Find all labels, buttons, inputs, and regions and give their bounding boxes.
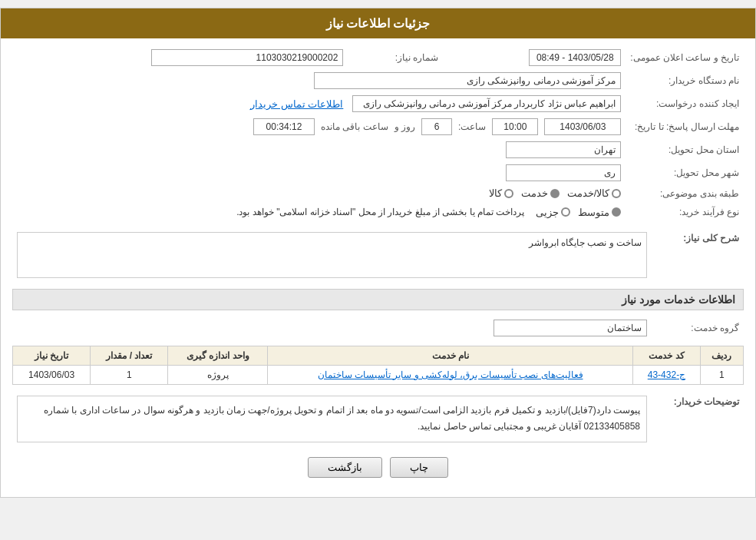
ostan-value: تهران — [12, 138, 626, 161]
khadamat-section-title: اطلاعات خدمات مورد نیاز — [12, 289, 744, 310]
radio-khedmat[interactable]: خدمت — [521, 187, 560, 199]
tosih-label: توضیحات خریدار: — [652, 393, 744, 446]
sharh-koli-value: ساخت و نصب جایگاه ابرواشر — [12, 229, 652, 281]
farayand-note: پرداخت تمام یا بخشی از مبلغ خریدار از مح… — [236, 207, 524, 217]
button-row: چاپ بازگشت — [12, 457, 744, 478]
col-radif: ردیف — [700, 346, 743, 365]
col-tedad: تعداد / مقدار — [91, 346, 168, 365]
radio-jozii[interactable]: جزیی — [536, 207, 570, 218]
mohlat-rooz-value: 6 — [421, 118, 452, 135]
nam-dastgah-label: نام دستگاه خریدار: — [626, 69, 744, 92]
tarikh-label: تاریخ و ساعت اعلان عمومی: — [626, 46, 744, 69]
page-header: جزئیات اطلاعات نیاز — [1, 8, 755, 38]
mohlat-date-value: 1403/06/03 — [544, 118, 621, 135]
cell-kod: ج-432-43 — [633, 365, 700, 384]
mohlat-mande-value: 00:34:12 — [253, 118, 315, 135]
mohlat-label: مهلت ارسال پاسخ: تا تاریخ: — [626, 115, 744, 138]
mohlat-saat-value: 10:00 — [492, 118, 538, 135]
sharh-koli-label: شرح کلی نیاز: — [652, 229, 744, 281]
radio-kala-khedmat[interactable]: کالا/خدمت — [567, 187, 622, 199]
tarikh-value: 1403/05/28 - 08:49 — [467, 46, 626, 69]
tosih-section: توضیحات خریدار: پیوست دارد(7فایل)/بازدید… — [12, 393, 744, 446]
grouh-khadamat-label: گروه خدمت: — [652, 316, 744, 340]
table-row: 1 ج-432-43 فعالیت‌های نصب تأسیسات برق، ل… — [13, 365, 744, 384]
services-table: ردیف کد خدمت نام خدمت واحد اندازه گیری ت… — [12, 346, 744, 385]
radio-label-jozii: جزیی — [536, 207, 559, 218]
sharh-koli-section: شرح کلی نیاز: ساخت و نصب جایگاه ابرواشر — [12, 229, 744, 281]
main-content: تاریخ و ساعت اعلان عمومی: 1403/05/28 - 0… — [1, 38, 755, 497]
grouh-khadamat-section: گروه خدمت: ساختمان — [12, 316, 744, 340]
cell-vahed: پروژه — [168, 365, 268, 384]
tosih-value: پیوست دارد(7فایل)/بازدید و تکمیل فرم باز… — [12, 393, 652, 446]
shomare-niaz-label: شماره نیاز: — [348, 46, 443, 69]
shahr-value: ری — [12, 161, 626, 184]
ijad-konande-value: ابراهیم عباس نژاد کاربردار مرکز آموزشی د… — [348, 92, 626, 115]
radio-circle-mottaset — [612, 207, 621, 217]
ostan-label: استان محل تحویل: — [626, 138, 744, 161]
cell-tedad: 1 — [91, 365, 168, 384]
mohlat-row: 00:34:12 ساعت باقی مانده روز و 6 ساعت: 1… — [12, 115, 626, 138]
cell-tarikh: 1403/06/03 — [13, 365, 91, 384]
radio-circle-jozii — [561, 207, 570, 217]
radio-circle-kala-khedmat — [612, 189, 621, 198]
back-button[interactable]: بازگشت — [308, 457, 382, 478]
radio-label-kala: کالا — [489, 187, 502, 199]
radio-label-khedmat: خدمت — [521, 187, 548, 199]
ijad-konande-label: ایجاد کننده درخواست: — [626, 92, 744, 115]
col-vahed: واحد اندازه گیری — [168, 346, 268, 365]
mohlat-rooz-label: روز و — [395, 121, 415, 132]
shahr-label: شهر محل تحویل: — [626, 161, 744, 184]
mohlat-saat-label: ساعت: — [458, 121, 486, 132]
radio-label-mottaset: متوسط — [578, 207, 609, 218]
radio-mottaset[interactable]: متوسط — [578, 207, 621, 218]
tabaghebandi-label: طبقه بندی موضوعی: — [626, 184, 744, 204]
radio-circle-kala — [504, 189, 513, 198]
etelaaat-tamas-link[interactable]: اطلاعات تماس خریدار — [12, 92, 348, 115]
nam-dastgah-value: مرکز آموزشی درمانی روانپزشکی رازی — [12, 69, 626, 92]
radio-kala[interactable]: کالا — [489, 187, 513, 199]
print-button[interactable]: چاپ — [390, 457, 448, 478]
page-container: جزئیات اطلاعات نیاز تاریخ و ساعت اعلان ع… — [0, 8, 756, 498]
radio-label-kala-khedmat: کالا/خدمت — [567, 187, 610, 199]
cell-nam: فعالیت‌های نصب تأسیسات برق، لوله‌کشی و س… — [268, 365, 633, 384]
grouh-khadamat-value: ساختمان — [12, 316, 652, 340]
shomare-niaz-value: 1103030219000202 — [12, 46, 348, 69]
noe-farayand-label: نوع فرآیند خرید: — [626, 204, 744, 221]
col-kod: کد خدمت — [633, 346, 700, 365]
noe-farayand-options: متوسط جزیی پرداخت تمام یا بخشی از مبلغ خ… — [12, 204, 626, 221]
mohlat-mande-label: ساعت باقی مانده — [321, 121, 388, 132]
tabaghebandi-options: کالا/خدمت خدمت کالا — [12, 184, 626, 204]
radio-circle-khedmat — [550, 189, 560, 198]
cell-radif: 1 — [700, 365, 743, 384]
col-nam: نام خدمت — [268, 346, 633, 365]
col-tarikh: تاریخ نیاز — [13, 346, 91, 365]
info-table: تاریخ و ساعت اعلان عمومی: 1403/05/28 - 0… — [12, 46, 744, 221]
page-title: جزئیات اطلاعات نیاز — [326, 17, 431, 30]
